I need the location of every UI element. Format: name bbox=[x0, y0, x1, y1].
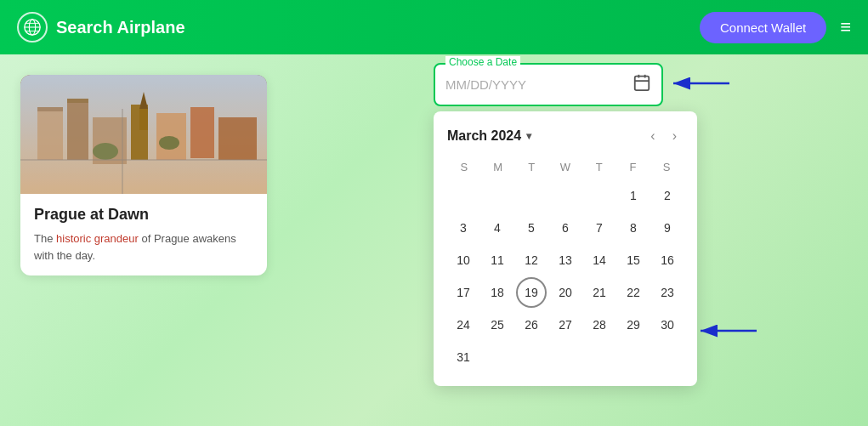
calendar-day bbox=[550, 180, 581, 211]
calendar-day[interactable]: 24 bbox=[448, 310, 479, 340]
calendar-day[interactable]: 28 bbox=[584, 310, 615, 340]
menu-button[interactable]: ≡ bbox=[840, 16, 851, 38]
calendar-day[interactable]: 15 bbox=[618, 245, 649, 275]
datepicker-container: Choose a Date MM/DD/YYYY March 2024 bbox=[434, 63, 697, 386]
calendar-day[interactable]: 10 bbox=[448, 245, 479, 275]
calendar-day[interactable]: 7 bbox=[584, 213, 615, 243]
calendar-day[interactable]: 4 bbox=[482, 213, 513, 243]
calendar-day bbox=[584, 342, 615, 372]
calendar-day[interactable]: 30 bbox=[652, 310, 683, 340]
card-title: Prague at Dawn bbox=[34, 206, 253, 224]
calendar-day bbox=[652, 342, 683, 372]
calendar-day[interactable]: 19 bbox=[516, 277, 547, 308]
arrow-to-calendar bbox=[670, 73, 738, 94]
day-headers: S M T W T F S bbox=[447, 157, 684, 177]
card-description: The historic grandeur of Prague awakens … bbox=[34, 230, 253, 264]
calendar-day[interactable]: 18 bbox=[482, 277, 513, 308]
day-header-sun: S bbox=[447, 157, 481, 177]
calendar-day bbox=[550, 342, 581, 372]
app-header: Search Airplane Connect Wallet ≡ bbox=[0, 0, 868, 54]
main-content: Prague at Dawn The historic grandeur of … bbox=[0, 54, 868, 296]
calendar-day[interactable]: 31 bbox=[448, 342, 479, 372]
calendar-day bbox=[584, 180, 615, 211]
day-header-mon: M bbox=[481, 157, 515, 177]
date-placeholder: MM/DD/YYYY bbox=[445, 77, 526, 92]
calendar-day bbox=[516, 180, 547, 211]
svg-rect-21 bbox=[20, 75, 267, 194]
prev-month-button[interactable]: ‹ bbox=[644, 125, 661, 147]
calendar-day[interactable]: 1 bbox=[618, 180, 649, 211]
calendar-day bbox=[618, 342, 649, 372]
calendar-day[interactable]: 14 bbox=[584, 245, 615, 275]
calendar-day[interactable]: 20 bbox=[550, 277, 581, 308]
month-year-selector[interactable]: March 2024 ▾ bbox=[447, 128, 531, 144]
calendar-day[interactable]: 22 bbox=[618, 277, 649, 308]
calendar-day bbox=[516, 342, 547, 372]
calendar-icon[interactable] bbox=[633, 73, 651, 96]
desc-part1: The bbox=[34, 232, 56, 245]
date-input-inner: MM/DD/YYYY bbox=[435, 65, 661, 105]
date-input-wrapper[interactable]: Choose a Date MM/DD/YYYY bbox=[434, 63, 663, 106]
calendar-grid: S M T W T F S 12345678910111213141516171… bbox=[447, 157, 684, 372]
calendar-day[interactable]: 25 bbox=[482, 310, 513, 340]
day-header-wed: W bbox=[548, 157, 582, 177]
date-label: Choose a Date bbox=[445, 56, 520, 68]
calendar-header: March 2024 ▾ ‹ › bbox=[447, 125, 684, 147]
days-grid: 1234567891011121314151617181920212223242… bbox=[447, 180, 684, 372]
day-header-tue: T bbox=[514, 157, 548, 177]
header-right: Connect Wallet ≡ bbox=[700, 12, 851, 43]
calendar-day[interactable]: 3 bbox=[448, 213, 479, 243]
arrow-to-row19 bbox=[697, 321, 765, 341]
calendar-day[interactable]: 8 bbox=[618, 213, 649, 243]
calendar-day[interactable]: 2 bbox=[652, 180, 683, 211]
calendar-day[interactable]: 11 bbox=[482, 245, 513, 275]
calendar-day[interactable]: 21 bbox=[584, 277, 615, 308]
calendar-day[interactable]: 27 bbox=[550, 310, 581, 340]
nav-buttons: ‹ › bbox=[644, 125, 684, 147]
header-left: Search Airplane bbox=[17, 12, 185, 43]
month-year-label: March 2024 bbox=[447, 128, 521, 144]
calendar-day bbox=[482, 180, 513, 211]
card-image bbox=[20, 75, 267, 194]
calendar-day[interactable]: 29 bbox=[618, 310, 649, 340]
calendar-day[interactable]: 5 bbox=[516, 213, 547, 243]
calendar-day bbox=[448, 180, 479, 211]
calendar-day[interactable]: 12 bbox=[516, 245, 547, 275]
calendar-day[interactable]: 16 bbox=[652, 245, 683, 275]
day-header-thu: T bbox=[582, 157, 616, 177]
day-header-sat: S bbox=[650, 157, 684, 177]
svg-rect-24 bbox=[635, 77, 650, 91]
calendar-day[interactable]: 9 bbox=[652, 213, 683, 243]
desc-highlight: historic grandeur bbox=[56, 232, 139, 245]
calendar-day[interactable]: 23 bbox=[652, 277, 683, 308]
calendar-day[interactable]: 17 bbox=[448, 277, 479, 308]
calendar-day bbox=[482, 342, 513, 372]
calendar-day[interactable]: 13 bbox=[550, 245, 581, 275]
destination-card: Prague at Dawn The historic grandeur of … bbox=[20, 75, 267, 275]
chevron-down-icon: ▾ bbox=[526, 130, 531, 142]
connect-wallet-button[interactable]: Connect Wallet bbox=[700, 12, 826, 43]
calendar-day[interactable]: 26 bbox=[516, 310, 547, 340]
logo-icon bbox=[17, 12, 48, 43]
next-month-button[interactable]: › bbox=[666, 125, 684, 147]
calendar-popup: March 2024 ▾ ‹ › S M T W T F S bbox=[434, 111, 697, 386]
calendar-day[interactable]: 6 bbox=[550, 213, 581, 243]
card-body: Prague at Dawn The historic grandeur of … bbox=[20, 194, 267, 275]
day-header-fri: F bbox=[616, 157, 650, 177]
app-title: Search Airplane bbox=[56, 18, 185, 37]
